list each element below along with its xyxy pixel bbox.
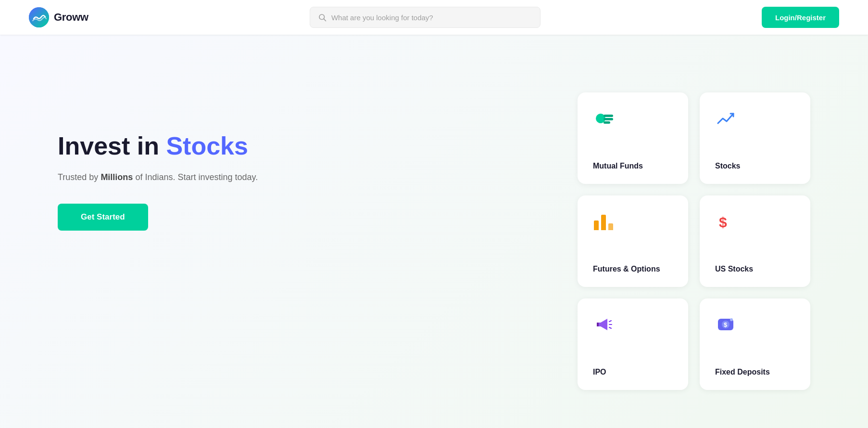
svg-rect-7 [604, 121, 610, 124]
svg-text:$: $ [719, 214, 727, 230]
card-ipo-label: IPO [593, 368, 675, 376]
svg-line-11 [609, 321, 611, 322]
search-icon [318, 13, 327, 22]
card-ipo[interactable]: IPO [578, 298, 688, 390]
hero-title: Invest in Stocks [58, 131, 549, 161]
get-started-button[interactable]: Get Started [58, 204, 148, 231]
card-mutual-funds-label: Mutual Funds [593, 162, 675, 170]
svg-rect-6 [604, 118, 613, 120]
card-futures-options[interactable]: Futures & Options [578, 195, 688, 287]
card-us-stocks[interactable]: $ US Stocks [700, 195, 810, 287]
header: Groww Login/Register [0, 0, 868, 35]
subtitle-bold: Millions [101, 172, 133, 182]
svg-rect-10 [597, 323, 599, 326]
fixed-deposits-icon: $ [715, 314, 736, 335]
stocks-icon [715, 108, 736, 129]
card-fixed-deposits-label: Fixed Deposits [715, 368, 797, 376]
svg-text:$: $ [724, 321, 728, 328]
mutual-funds-icon [593, 108, 614, 129]
login-register-button[interactable]: Login/Register [762, 7, 839, 28]
card-us-stocks-label: US Stocks [715, 265, 797, 273]
card-stocks-label: Stocks [715, 162, 797, 170]
hero-section: Invest in Stocks Trusted by Millions of … [58, 73, 578, 231]
product-cards-grid: Mutual Funds Stocks Futures & Options [578, 73, 839, 390]
svg-line-13 [609, 327, 611, 328]
svg-rect-5 [604, 115, 613, 117]
groww-logo-icon [29, 7, 49, 27]
card-futures-options-label: Futures & Options [593, 265, 675, 273]
futures-options-icon [593, 211, 614, 232]
subtitle-suffix: of Indians. Start investing today. [133, 172, 258, 182]
hero-title-prefix: Invest in [58, 132, 166, 160]
ipo-icon [593, 314, 614, 335]
subtitle-prefix: Trusted by [58, 172, 101, 182]
us-stocks-icon: $ [715, 211, 736, 232]
main-content: Invest in Stocks Trusted by Millions of … [0, 35, 868, 428]
svg-line-3 [324, 19, 326, 21]
hero-subtitle: Trusted by Millions of Indians. Start in… [58, 170, 549, 184]
svg-point-17 [730, 318, 733, 321]
search-input[interactable] [331, 13, 532, 22]
card-stocks[interactable]: Stocks [700, 92, 810, 184]
logo-text: Groww [54, 11, 88, 24]
card-mutual-funds[interactable]: Mutual Funds [578, 92, 688, 184]
svg-point-1 [29, 7, 49, 27]
search-bar[interactable] [310, 7, 541, 28]
hero-title-highlight: Stocks [166, 132, 248, 160]
logo[interactable]: Groww [29, 7, 88, 27]
card-fixed-deposits[interactable]: $ Fixed Deposits [700, 298, 810, 390]
